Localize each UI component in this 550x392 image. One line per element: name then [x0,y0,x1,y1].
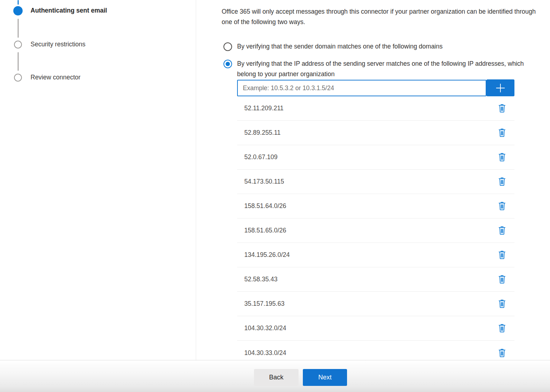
delete-ip-button[interactable] [496,201,507,212]
delete-ip-button[interactable] [496,103,507,114]
stepper-step-review-connector: Review connector [31,74,80,81]
stepper-step-security-restrictions: Security restrictions [31,41,85,48]
trash-icon [497,128,507,138]
trash-icon [497,152,507,162]
trash-icon [497,299,507,309]
option-ip-address[interactable]: By verifying that the IP address of the … [223,60,532,79]
wizard-footer: Back Next [0,360,550,392]
delete-ip-button[interactable] [496,152,507,163]
option-ip-address-label[interactable]: By verifying that the IP address of the … [237,59,532,79]
ip-address-text: 52.11.209.211 [244,105,283,112]
ip-address-row: 104.30.32.0/24 [237,316,514,341]
delete-ip-button[interactable] [496,176,507,187]
ip-address-row: 52.11.209.211 [237,96,514,121]
trash-icon [497,226,507,235]
ip-address-row: 52.89.255.11 [237,121,514,145]
delete-ip-button[interactable] [496,274,507,285]
ip-address-row: 104.30.33.0/24 [237,341,514,360]
trash-icon [497,275,507,284]
ip-address-text: 52.0.67.109 [244,153,277,161]
step-current-dot [13,6,23,15]
trash-icon [497,250,507,260]
wizard-stepper-sidebar: Authenticating sent email Security restr… [0,0,196,360]
add-ip-button[interactable] [486,79,514,96]
ip-address-text: 104.30.32.0/24 [244,324,286,332]
radio-dot [226,62,230,66]
ip-address-text: 52.89.255.11 [244,129,281,137]
delete-ip-button[interactable] [496,323,507,334]
ip-address-row: 52.0.67.109 [237,145,514,170]
option-sender-domain-label[interactable]: By verifying that the sender domain matc… [237,41,532,52]
ip-address-input[interactable] [237,80,486,96]
stepper-connector-line-completed [18,0,19,5]
delete-ip-button[interactable] [496,347,507,358]
next-button[interactable]: Next [303,369,347,386]
ip-address-text: 54.173.50.115 [244,178,284,185]
ip-address-text: 158.51.64.0/26 [244,202,286,210]
plus-icon [495,83,506,93]
back-button[interactable]: Back [254,369,299,386]
ip-address-text: 158.51.65.0/26 [244,227,286,234]
ip-address-text: 35.157.195.63 [244,300,285,308]
delete-ip-button[interactable] [496,250,507,260]
connector-wizard-screen: Authenticating sent email Security restr… [0,0,550,392]
stepper-connector-line [18,19,19,38]
trash-icon [497,177,507,186]
trash-icon [497,348,507,358]
ip-address-text: 134.195.26.0/24 [244,251,290,259]
trash-icon [497,323,507,333]
ip-address-row: 35.157.195.63 [237,292,514,316]
ip-address-row: 52.58.35.43 [237,267,514,292]
ip-address-row: 134.195.26.0/24 [237,243,514,267]
wizard-step-content: Office 365 will only accept messages thr… [196,0,550,360]
trash-icon [497,201,507,211]
radio-button[interactable] [223,60,232,68]
ip-address-list: 52.11.209.211 52.89.255.11 [237,96,514,360]
delete-ip-button[interactable] [496,299,507,309]
trash-icon [497,103,507,113]
stepper-step-authenticating-sent-email: Authenticating sent email [31,7,107,14]
option-sender-domain[interactable]: By verifying that the sender domain matc… [223,42,532,52]
delete-ip-button[interactable] [496,128,507,138]
ip-address-text: 52.58.35.43 [244,276,277,283]
step-upcoming-dot [14,74,22,82]
radio-button[interactable] [223,42,232,51]
stepper-connector-line [18,52,19,71]
ip-address-row: 158.51.64.0/26 [237,194,514,218]
ip-address-row: 158.51.65.0/26 [237,218,514,243]
ip-address-row: 54.173.50.115 [237,170,514,194]
step-description: Office 365 will only accept messages thr… [222,6,548,27]
ip-address-text: 104.30.33.0/24 [244,349,286,357]
step-upcoming-dot [14,41,22,49]
delete-ip-button[interactable] [496,225,507,236]
